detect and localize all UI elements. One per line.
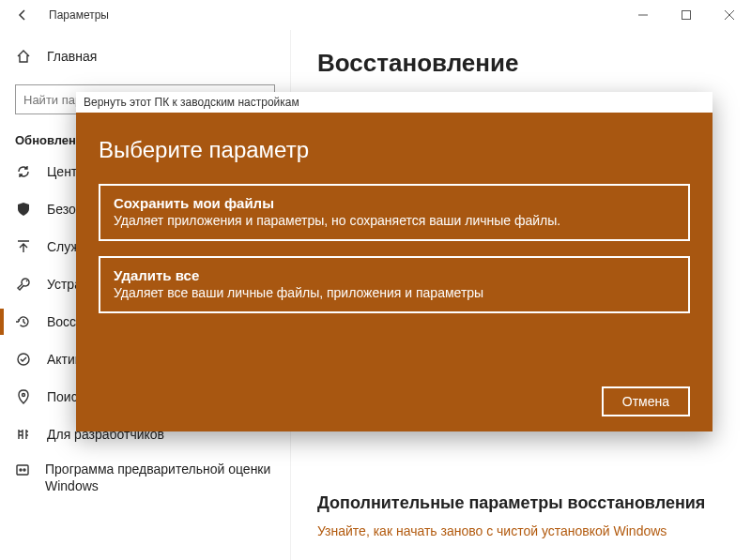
sidebar-home[interactable]: Главная [0, 38, 290, 75]
svg-rect-0 [682, 11, 691, 20]
svg-point-2 [23, 394, 25, 397]
reset-modal: Вернуть этот ПК к заводским настройкам В… [76, 92, 713, 431]
modal-title: Вернуть этот ПК к заводским настройкам [84, 96, 299, 109]
maximize-button[interactable] [665, 0, 708, 30]
developer-icon [15, 427, 32, 442]
section-advanced-title: Дополнительные параметры восстановления [317, 493, 725, 513]
sync-icon [15, 164, 32, 179]
shield-icon [15, 202, 32, 217]
fresh-start-link[interactable]: Узнайте, как начать заново с чистой уста… [317, 523, 667, 538]
svg-rect-3 [17, 465, 28, 475]
minimize-icon [638, 10, 648, 20]
sidebar-item-insider[interactable]: Программа предварительной оценки Windows [0, 453, 290, 502]
close-button[interactable] [708, 0, 751, 30]
option-remove-all[interactable]: Удалить все Удаляет все ваши личные файл… [99, 256, 690, 313]
insider-icon [15, 461, 30, 477]
window-title: Параметры [45, 8, 109, 22]
home-icon [15, 49, 32, 64]
sidebar-item-label: Программа предварительной оценки Windows [45, 461, 275, 494]
option-keep-files[interactable]: Сохранить мои файлы Удаляет приложения и… [99, 184, 690, 241]
option-keep-files-title: Сохранить мои файлы [114, 195, 675, 211]
minimize-button[interactable] [621, 0, 665, 30]
maximize-icon [682, 10, 691, 20]
wrench-icon [15, 277, 32, 292]
svg-point-4 [20, 469, 22, 471]
svg-point-1 [18, 354, 29, 365]
option-remove-all-title: Удалить все [114, 267, 675, 283]
titlebar: Параметры [0, 0, 751, 30]
arrow-left-icon [15, 8, 30, 23]
key-icon [15, 352, 32, 367]
location-icon [15, 389, 32, 404]
svg-point-5 [23, 469, 25, 471]
close-icon [725, 10, 734, 20]
modal-heading: Выберите параметр [99, 137, 690, 163]
modal-titlebar: Вернуть этот ПК к заводским настройкам [76, 92, 713, 113]
page-title: Восстановление [317, 49, 725, 78]
backup-icon [15, 239, 32, 254]
cancel-button[interactable]: Отмена [602, 386, 690, 416]
sidebar-home-label: Главная [47, 49, 97, 64]
option-keep-files-desc: Удаляет приложения и параметры, но сохра… [114, 213, 675, 228]
back-button[interactable] [0, 0, 45, 30]
option-remove-all-desc: Удаляет все ваши личные файлы, приложени… [114, 285, 675, 300]
history-icon [15, 314, 32, 329]
